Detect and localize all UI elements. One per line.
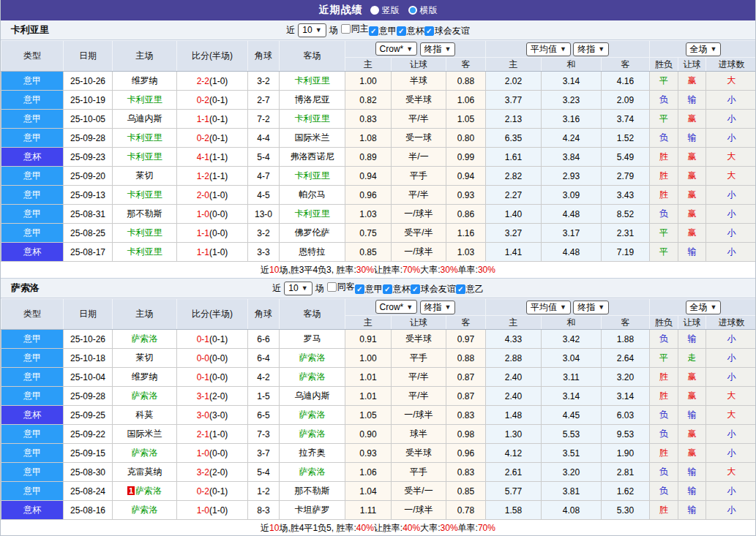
away-team-name[interactable]: 弗洛西诺尼	[291, 151, 334, 162]
home-team-name[interactable]: 国际米兰	[127, 429, 162, 439]
away-team-name[interactable]: 恩特拉	[299, 246, 326, 257]
home-team-name[interactable]: 卡利亚里	[127, 94, 162, 105]
away-team-cell: 国际米兰	[280, 129, 345, 148]
away-team-name[interactable]: 国际米兰	[295, 132, 330, 143]
away-team-name[interactable]: 拉齐奥	[299, 448, 326, 458]
home-team-name[interactable]: 萨索洛	[132, 505, 158, 515]
odds-source-select[interactable]: Crow*▼	[375, 42, 418, 56]
away-team-name[interactable]: 萨索洛	[299, 371, 326, 382]
away-team-cell: 弗洛西诺尼	[280, 148, 345, 167]
league-type-cell: 意甲	[1, 444, 64, 463]
home-team-name[interactable]: 卡利亚里	[127, 132, 162, 143]
home-team-name[interactable]: 维罗纳	[132, 371, 158, 382]
filter-checkbox-item[interactable]: 同客	[327, 281, 355, 293]
result-flag: 胜	[659, 448, 668, 458]
result-flag: 负	[659, 429, 668, 439]
odds-cell: 0.89	[345, 148, 392, 167]
checkbox-unchecked-icon[interactable]	[341, 24, 351, 34]
away-team-name[interactable]: 卡利亚里	[295, 208, 330, 219]
away-team-name[interactable]: 帕尔马	[299, 189, 326, 200]
final-index-select[interactable]: 终指▼	[420, 42, 456, 56]
away-team-name[interactable]: 博洛尼亚	[295, 94, 330, 105]
away-team-name[interactable]: 卡利亚里	[295, 113, 330, 124]
fulltime-score: 1-1	[197, 114, 209, 124]
result-cell: 负	[650, 425, 678, 444]
away-team-cell: 萨索洛	[280, 406, 345, 425]
home-team-name[interactable]: 卡利亚里	[127, 227, 162, 238]
home-team-name[interactable]: 科莫	[136, 409, 154, 420]
away-team-name[interactable]: 那不勒斯	[295, 486, 330, 496]
away-team-name[interactable]: 佛罗伦萨	[295, 227, 330, 238]
average-odds-cell: 2.27	[486, 186, 542, 205]
chevron-down-icon: ▼	[560, 303, 566, 311]
home-team-name[interactable]: 克雷莫纳	[127, 467, 162, 477]
final-index-select[interactable]: 终指▼	[420, 301, 456, 314]
average-odds-cell: 4.48	[542, 243, 602, 262]
away-team-name[interactable]: 萨索洛	[299, 429, 326, 439]
home-team-name[interactable]: 萨索洛	[135, 486, 162, 496]
radio-selected-icon[interactable]	[370, 6, 379, 15]
match-count-select[interactable]: 10▼	[284, 282, 312, 295]
away-team-name[interactable]: 乌迪内斯	[295, 390, 330, 401]
filter-checkbox-item[interactable]: 同主	[341, 23, 369, 35]
odds-cell: 一/球半	[392, 406, 446, 425]
full-match-select[interactable]: 全场▼	[686, 301, 722, 314]
full-match-select[interactable]: 全场▼	[686, 42, 722, 56]
match-count-select[interactable]: 10▼	[298, 23, 326, 37]
home-team-name[interactable]: 乌迪内斯	[127, 113, 162, 124]
radio-horizontal-layout[interactable]: 横版	[408, 4, 438, 17]
home-team-name[interactable]: 维罗纳	[132, 75, 158, 86]
filter-checkbox-item[interactable]: ✓意杯	[383, 283, 411, 295]
result-cell: 小	[706, 186, 756, 205]
filter-checkbox-item[interactable]: ✓意甲	[369, 25, 397, 37]
date-cell: 25-08-25	[64, 224, 113, 243]
radio-unselected-icon[interactable]	[408, 6, 417, 15]
card-badge: 1	[127, 486, 135, 495]
final-index2-select[interactable]: 终指▼	[573, 301, 609, 314]
checkbox-checked-icon[interactable]: ✓	[355, 284, 364, 294]
match-row: 意甲25-09-28卡利亚里0-2(0-1)4-4国际米兰1.08受一球0.80…	[1, 129, 756, 148]
away-team-name[interactable]: 萨索洛	[299, 467, 326, 477]
filter-checkbox-item[interactable]: ✓意杯	[397, 25, 424, 37]
away-team-name[interactable]: 罗马	[304, 333, 321, 344]
checkbox-checked-icon[interactable]: ✓	[411, 284, 420, 294]
filter-checkbox-item[interactable]: ✓球会友谊	[411, 283, 456, 295]
average-odds-cell: 3.14	[602, 387, 650, 406]
filter-checkbox-item[interactable]: ✓意甲	[355, 283, 383, 295]
home-team-name[interactable]: 萨索洛	[132, 390, 158, 401]
home-team-name[interactable]: 萨索洛	[132, 448, 158, 458]
checkbox-unchecked-icon[interactable]	[327, 282, 337, 292]
average-select[interactable]: 平均值▼	[526, 301, 571, 314]
away-team-name[interactable]: 萨索洛	[299, 352, 326, 363]
home-team-name[interactable]: 那不勒斯	[127, 208, 162, 219]
away-team-name[interactable]: 卡利亚里	[295, 75, 330, 86]
home-team-name[interactable]: 莱切	[136, 352, 154, 363]
checkbox-checked-icon[interactable]: ✓	[456, 284, 465, 294]
date-cell: 25-08-31	[64, 205, 113, 224]
away-team-name[interactable]: 卡利亚里	[295, 170, 330, 181]
odds-cell: 半/一	[392, 148, 446, 167]
home-team-name[interactable]: 莱切	[136, 170, 154, 181]
average-odds-cell: 4.48	[542, 205, 602, 224]
filter-checkbox-item[interactable]: ✓球会友谊	[424, 25, 470, 37]
odds-cell: 0.90	[345, 425, 392, 444]
final-index2-select[interactable]: 终指▼	[573, 42, 609, 56]
average-select[interactable]: 平均值▼	[526, 42, 571, 56]
checkbox-checked-icon[interactable]: ✓	[369, 26, 378, 36]
home-team-name[interactable]: 萨索洛	[132, 333, 158, 344]
checkbox-checked-icon[interactable]: ✓	[397, 26, 406, 36]
match-row: 意甲25-09-20莱切1-2(1-1)4-7卡利亚里0.94平手0.942.8…	[1, 167, 756, 186]
checkbox-checked-icon[interactable]: ✓	[383, 284, 392, 294]
checkbox-checked-icon[interactable]: ✓	[424, 26, 434, 36]
average-group-header: 平均值▼ 终指▼	[486, 299, 650, 316]
away-team-name[interactable]: 卡坦萨罗	[295, 505, 330, 515]
home-team-name[interactable]: 卡利亚里	[127, 189, 162, 200]
home-team-name[interactable]: 卡利亚里	[127, 151, 162, 162]
filter-checkbox-item[interactable]: ✓意乙	[456, 283, 484, 295]
away-team-name[interactable]: 萨索洛	[299, 409, 326, 420]
odds-source-select[interactable]: Crow*▼	[375, 300, 418, 314]
radio-vertical-layout[interactable]: 竖版	[370, 4, 400, 17]
result-flag: 赢	[688, 448, 697, 458]
summary-segment: 大率:	[420, 522, 440, 535]
home-team-name[interactable]: 卡利亚里	[127, 246, 162, 257]
